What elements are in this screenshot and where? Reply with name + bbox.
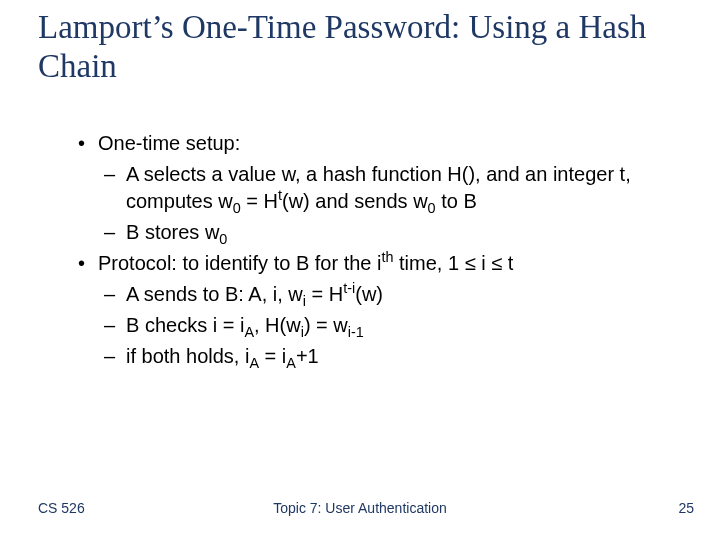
text: B checks i = i: [126, 314, 244, 336]
sup: th: [381, 249, 393, 265]
sub: i-1: [348, 324, 364, 340]
text: ) = w: [304, 314, 348, 336]
bullet-protocol: Protocol: to identify to B for the ith t…: [70, 250, 660, 277]
sub: A: [244, 324, 254, 340]
bullet-protocol-c: if both holds, iA = iA+1: [70, 343, 660, 370]
text: = H: [306, 283, 343, 305]
text: (w): [355, 283, 383, 305]
sub: 0: [428, 200, 436, 216]
bullet-protocol-a: A sends to B: A, i, wi = Ht-i(w): [70, 281, 660, 308]
sub: 0: [219, 231, 227, 247]
text: time, 1: [394, 252, 465, 274]
text: A sends to B: A, i, w: [126, 283, 303, 305]
text: = i: [259, 345, 286, 367]
text: to B: [436, 190, 477, 212]
bullet-setup-a: A selects a value w, a hash function H()…: [70, 161, 660, 215]
text: B stores w: [126, 221, 219, 243]
text: = H: [241, 190, 278, 212]
leq-icon: ≤: [491, 252, 502, 274]
sup: t-i: [343, 280, 355, 296]
leq-icon: ≤: [465, 252, 476, 274]
text: (w) and sends w: [282, 190, 428, 212]
slide-title: Lamport’s One-Time Password: Using a Has…: [38, 8, 678, 86]
bullet-protocol-b: B checks i = iA, H(wi) = wi-1: [70, 312, 660, 339]
slide-body: One-time setup: A selects a value w, a h…: [70, 130, 660, 374]
sub: 0: [233, 200, 241, 216]
slide: Lamport’s One-Time Password: Using a Has…: [0, 0, 720, 540]
text: Protocol: to identify to B for the i: [98, 252, 381, 274]
text: t: [502, 252, 513, 274]
text: , H(w: [254, 314, 301, 336]
footer-page-number: 25: [678, 500, 694, 516]
bullet-setup: One-time setup:: [70, 130, 660, 157]
text: +1: [296, 345, 319, 367]
footer-topic: Topic 7: User Authentication: [0, 500, 720, 516]
sub: A: [286, 355, 296, 371]
bullet-setup-b: B stores w0: [70, 219, 660, 246]
sub: A: [249, 355, 259, 371]
text: i: [476, 252, 492, 274]
text: if both holds, i: [126, 345, 249, 367]
